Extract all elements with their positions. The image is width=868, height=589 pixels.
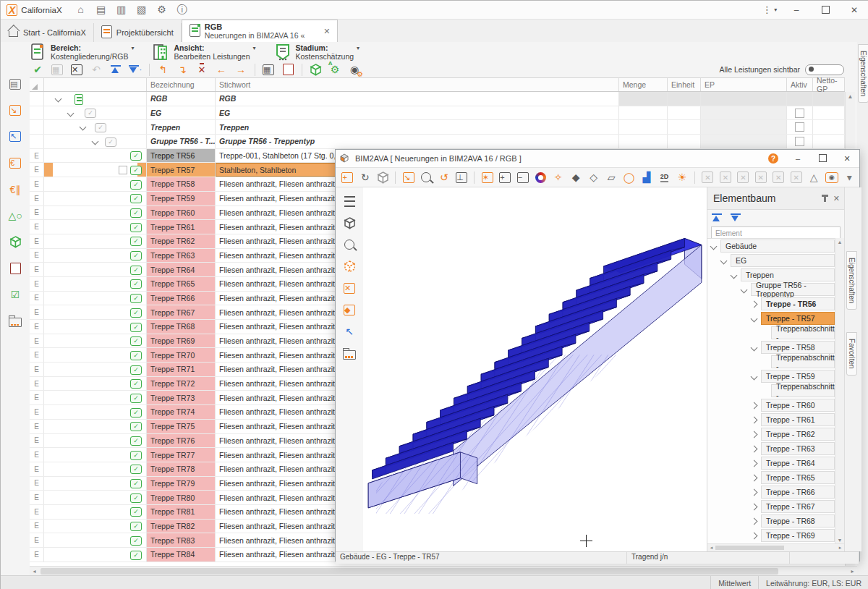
bim-model-button[interactable] — [307, 63, 323, 77]
bezeichnung-cell[interactable]: Treppe TR65 — [147, 277, 216, 291]
level-up-button[interactable]: ↰ — [155, 63, 171, 77]
active-check-icon[interactable]: ✓ — [130, 436, 142, 446]
bereich-dropdown[interactable]: Bereich:Kostengliederung/RGB ▾ — [30, 43, 134, 61]
chevron-down-icon[interactable] — [67, 109, 75, 116]
bim-maximize-button[interactable] — [810, 154, 835, 164]
add-model-button[interactable]: + — [340, 171, 355, 185]
active-check-icon[interactable]: ✓ — [130, 507, 142, 517]
column-header-stichwort[interactable]: Stichwort — [216, 78, 619, 91]
pin-icon[interactable] — [824, 195, 826, 202]
chevron-right-icon[interactable] — [751, 446, 758, 453]
send-up-button[interactable]: ↖ — [341, 323, 357, 339]
collapse-all-button[interactable] — [108, 63, 124, 77]
cell-ep[interactable] — [701, 120, 787, 134]
bezeichnung-cell[interactable]: Treppen — [147, 120, 216, 134]
column-sort-corner[interactable] — [30, 78, 44, 91]
section-button[interactable]: ⊥ — [454, 171, 469, 185]
box-model-button[interactable]: ◆ — [341, 302, 357, 318]
tree-item-label[interactable]: Gebäude — [720, 240, 835, 253]
active-check-icon[interactable]: ✓ — [130, 451, 142, 460]
media-icon[interactable]: ▧ — [133, 3, 150, 16]
chevron-down-icon[interactable] — [92, 138, 99, 145]
hidden-line-view-button[interactable]: ▱ — [604, 171, 619, 185]
cell-netto[interactable] — [813, 120, 845, 134]
active-check-icon[interactable]: ✓ — [130, 422, 142, 431]
chevron-down-icon[interactable] — [731, 272, 738, 279]
tree-item-label[interactable]: Treppe - TR69 — [761, 529, 835, 542]
active-check-icon[interactable]: ✓ — [130, 208, 142, 218]
bezeichnung-cell[interactable]: Treppe TR66 — [147, 292, 216, 305]
view-preset-1-button[interactable]: ✕ — [700, 171, 715, 185]
cell-einheit[interactable] — [668, 106, 701, 120]
tree-item[interactable]: Treppe - TR65 — [707, 470, 844, 485]
tab-eigenschaften-main[interactable]: Eigenschaften — [858, 44, 868, 103]
active-check-icon[interactable]: ✓ — [130, 408, 142, 418]
bezeichnung-cell[interactable]: Treppe TR78 — [147, 462, 216, 476]
chevron-down-icon[interactable] — [751, 344, 758, 352]
price-compare-icon[interactable]: €∥ — [6, 180, 25, 199]
chevron-down-icon[interactable] — [710, 243, 718, 250]
bezeichnung-cell[interactable]: Treppe TR61 — [147, 220, 216, 234]
bezeichnung-cell[interactable]: Treppe TR58 — [147, 177, 216, 191]
bezeichnung-cell[interactable]: Treppe TR70 — [147, 348, 216, 362]
tree-item-label[interactable]: Treppe - TR61 — [761, 413, 835, 426]
render-settings-button[interactable]: ☀ — [674, 171, 689, 185]
color-wheel-button[interactable] — [533, 171, 548, 185]
tree-item-label[interactable]: Treppe - TR57 — [761, 312, 835, 325]
aktiv-checkbox[interactable] — [795, 122, 804, 132]
tree-item-label[interactable]: Treppe - TR59 — [761, 370, 835, 383]
tree-item-label[interactable]: Treppe - TR60 — [761, 399, 835, 412]
chevron-right-icon[interactable] — [751, 504, 758, 511]
alle-leistungen-toggle[interactable] — [805, 64, 844, 75]
cell-einheit[interactable] — [668, 92, 701, 106]
bezeichnung-cell[interactable]: Treppe TR74 — [147, 405, 216, 419]
dimension-2d-button[interactable]: 2D — [657, 171, 672, 185]
bezeichnung-cell[interactable]: Treppe TR63 — [147, 249, 216, 263]
view-preset-6-button[interactable]: ✕ — [788, 171, 804, 185]
viewer-menu-button[interactable] — [341, 193, 357, 209]
tree-item[interactable]: Treppe - TR67 — [707, 499, 844, 514]
fit-view-button[interactable]: ↘ — [401, 171, 416, 185]
tree-item[interactable]: Treppe - TR64 — [707, 456, 844, 470]
bezeichnung-cell[interactable]: Gruppe TR56 - T... — [147, 135, 216, 148]
cell-aktiv[interactable] — [787, 106, 813, 120]
tab-eigenschaften[interactable]: Eigenschaften — [846, 251, 857, 310]
zoom-window-button[interactable] — [419, 171, 434, 185]
active-check-icon[interactable]: ✓ — [130, 237, 142, 246]
chevron-down-icon[interactable] — [751, 315, 758, 323]
view-preset-3-button[interactable]: ✕ — [736, 171, 751, 185]
refresh-documents-button[interactable] — [280, 63, 296, 77]
tree-item[interactable]: Gruppe TR56 - Treppentyp — [707, 282, 844, 297]
stichwort-cell[interactable]: Gruppe TR56 - Treppentyp — [216, 135, 619, 148]
minimize-button[interactable]: – — [782, 1, 811, 19]
bezeichnung-cell[interactable]: Treppe TR59 — [147, 192, 216, 205]
zoom-in-button[interactable]: + — [498, 171, 513, 185]
window-menu-button[interactable]: ⋮ ▾ — [757, 1, 782, 19]
tree-item[interactable]: Treppenabschnitt - — [707, 355, 844, 369]
active-check-icon[interactable]: ✓ — [130, 479, 142, 488]
bezeichnung-cell[interactable]: Treppe TR68 — [147, 320, 216, 334]
cell-aktiv[interactable] — [787, 135, 813, 148]
color-legend-button[interactable]: ▟ — [639, 171, 655, 185]
delete-entry-button[interactable]: ✕ — [69, 63, 85, 77]
sync-model-button[interactable]: ↻ — [357, 171, 373, 185]
tree-item[interactable]: Treppe - TR69 — [707, 528, 844, 543]
aktiv-checkbox[interactable] — [795, 109, 804, 118]
tree-item[interactable]: Treppe - TR56 — [707, 297, 844, 311]
chevron-down-icon[interactable] — [751, 373, 758, 381]
bezeichnung-cell[interactable]: Treppe TR72 — [147, 377, 216, 391]
tree-item[interactable]: Treppe - TR63 — [707, 441, 844, 456]
cell-netto[interactable] — [813, 135, 845, 148]
bezeichnung-cell[interactable]: Treppe TR60 — [147, 206, 216, 220]
stichwort-cell[interactable]: RGB — [216, 92, 619, 106]
bezeichnung-cell[interactable]: Treppe TR69 — [147, 334, 216, 348]
bim-close-button[interactable]: ✕ — [835, 154, 859, 164]
active-check-icon[interactable]: ✓ — [130, 522, 142, 531]
level-down-button[interactable]: ↴ — [174, 63, 190, 77]
cube-icon[interactable] — [6, 232, 25, 251]
tree-item[interactable]: Gebäude — [707, 239, 844, 253]
checklist-icon[interactable]: ☑ — [6, 285, 25, 304]
column-header-menge[interactable]: Menge — [619, 78, 668, 91]
analysis-button[interactable]: ▦ — [260, 63, 276, 77]
cell-aktiv[interactable] — [787, 92, 813, 106]
